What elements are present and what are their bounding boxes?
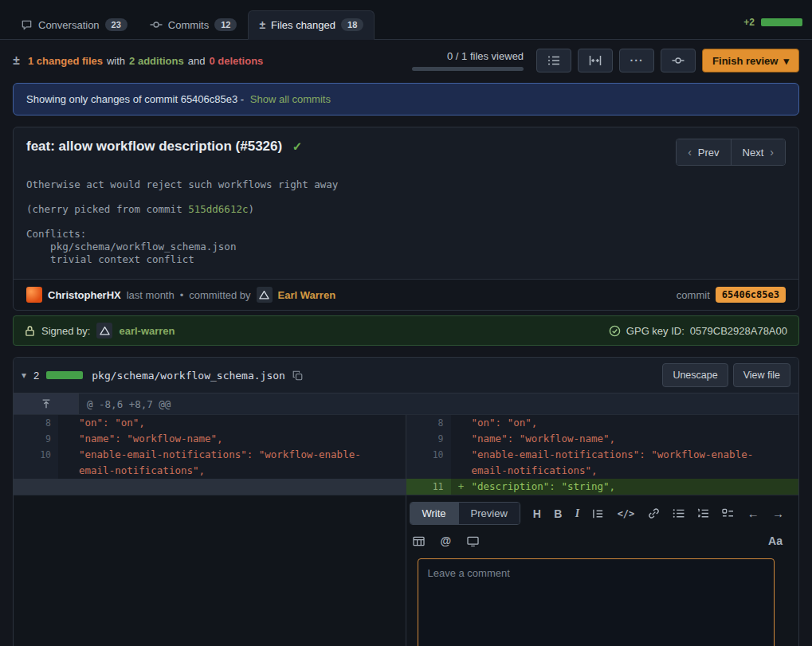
cherry-pick-prefix: (cherry picked from commit bbox=[26, 203, 188, 215]
ellipsis-icon: ··· bbox=[630, 54, 644, 67]
diff-line: 9 "name": "workflow-name", bbox=[14, 431, 406, 447]
diff-old-side: 8 "on": "on", 9 "name": "workflow-name",… bbox=[14, 415, 406, 495]
commit-time: last month bbox=[127, 289, 175, 301]
arrow-right-icon[interactable]: → bbox=[772, 507, 784, 520]
comment-row-left bbox=[14, 495, 406, 646]
signed-by-label: Signed by: bbox=[41, 325, 90, 337]
diff-options-button[interactable]: ··· bbox=[619, 49, 654, 72]
author-link[interactable]: ChristopherHX bbox=[48, 289, 121, 301]
code-line: "description": "string", bbox=[472, 479, 799, 495]
code-line: "on": "on", bbox=[79, 415, 406, 431]
signer-link[interactable]: earl-warren bbox=[119, 325, 175, 337]
diff-icon: ± bbox=[13, 53, 20, 68]
preview-tab[interactable]: Preview bbox=[458, 503, 520, 524]
file-changes-count: 2 bbox=[33, 370, 39, 382]
committer-avatar[interactable] bbox=[257, 287, 273, 303]
file-path: pkg/schema/workflow_schema.json bbox=[92, 370, 285, 382]
heading-icon[interactable]: H bbox=[533, 507, 541, 520]
code-icon[interactable]: </> bbox=[618, 508, 635, 519]
cherry-pick-hash-link[interactable]: 515dd6612c bbox=[188, 203, 248, 215]
show-all-commits-link[interactable]: Show all commits bbox=[250, 93, 331, 105]
diff-new-side: 8 "on": "on", 9 "name": "workflow-name",… bbox=[406, 415, 799, 495]
text-case-button[interactable]: Aa bbox=[768, 534, 783, 547]
next-commit-button[interactable]: Next › bbox=[731, 139, 785, 165]
diff-sign bbox=[451, 415, 472, 431]
files-viewed-progress bbox=[412, 67, 524, 71]
signer-avatar[interactable] bbox=[96, 323, 112, 339]
fullscreen-icon[interactable] bbox=[467, 536, 479, 546]
hunk-text: @ -8,6 +8,7 @@ bbox=[79, 393, 171, 414]
task-list-icon[interactable] bbox=[722, 508, 734, 519]
mention-icon[interactable]: @ bbox=[441, 534, 452, 547]
cherry-pick-suffix: ) bbox=[248, 203, 254, 215]
comment-textarea[interactable] bbox=[418, 558, 775, 646]
editor-extra-toolbar: @ Aa bbox=[410, 534, 785, 547]
diff-icon: ± bbox=[259, 18, 265, 31]
quote-icon[interactable] bbox=[592, 508, 604, 519]
unordered-list-icon[interactable] bbox=[673, 508, 685, 519]
chevron-left-icon: ‹ bbox=[688, 146, 692, 159]
line-number[interactable]: 8 bbox=[14, 415, 58, 431]
committer-link[interactable]: Earl Warren bbox=[278, 289, 336, 301]
code-line: "enable-email-notifications": "workflow-… bbox=[79, 447, 406, 479]
diff-sign bbox=[451, 447, 472, 479]
tab-files-changed[interactable]: ± Files changed 18 bbox=[248, 10, 375, 40]
added-sign: + bbox=[451, 479, 472, 495]
pr-files-changed-page: Conversation 23 Commits 12 ± Files chang… bbox=[0, 0, 812, 646]
editor-toolbar: Write Preview H B I </> bbox=[410, 502, 785, 525]
line-number[interactable]: 11 bbox=[406, 479, 451, 495]
italic-icon[interactable]: I bbox=[575, 507, 579, 520]
link-icon[interactable] bbox=[648, 507, 660, 519]
copy-path-icon[interactable] bbox=[292, 370, 303, 381]
line-number[interactable]: 9 bbox=[406, 431, 451, 447]
file-diff-stat-bar bbox=[46, 371, 83, 379]
author-avatar[interactable] bbox=[26, 287, 42, 303]
inline-comment-row: Write Preview H B I </> bbox=[14, 495, 798, 646]
diff-sign bbox=[58, 447, 79, 479]
commit-select-button[interactable] bbox=[661, 49, 696, 72]
conflicts-block: Conflicts: pkg/schema/workflow_schema.js… bbox=[26, 228, 786, 266]
comment-editor: Write Preview H B I </> bbox=[406, 495, 799, 646]
commit-hash-badge[interactable]: 65406c85e3 bbox=[716, 287, 786, 303]
commit-title-wrap: feat: allow workflow description (#5326)… bbox=[26, 139, 302, 155]
expand-hunk-button[interactable] bbox=[14, 393, 79, 414]
diff-sign bbox=[58, 415, 79, 431]
file-tree-toggle-button[interactable] bbox=[536, 49, 571, 72]
code-line: "name": "workflow-name", bbox=[79, 431, 406, 447]
code-line: "on": "on", bbox=[472, 415, 799, 431]
pr-diff-stats: +2 bbox=[743, 17, 802, 39]
line-number[interactable]: 10 bbox=[14, 447, 58, 479]
tab-commits[interactable]: Commits 12 bbox=[139, 10, 249, 40]
split-view-button[interactable] bbox=[578, 49, 613, 72]
commit-message: Otherwise act would reject such workflow… bbox=[14, 169, 798, 279]
line-number[interactable]: 8 bbox=[406, 415, 451, 431]
prev-label: Prev bbox=[698, 147, 720, 159]
diff-line: 9 "name": "workflow-name", bbox=[406, 431, 799, 447]
deletions-text: 0 deletions bbox=[209, 55, 263, 67]
bold-icon[interactable]: B bbox=[554, 507, 562, 520]
arrow-left-icon[interactable]: ← bbox=[747, 507, 759, 520]
diff-stat-bar bbox=[761, 18, 802, 26]
line-number[interactable]: 10 bbox=[406, 447, 451, 479]
collapse-file-icon[interactable]: ▾ bbox=[22, 370, 26, 381]
commit-icon bbox=[150, 18, 163, 31]
additions-count: +2 bbox=[743, 17, 755, 28]
line-number[interactable]: 9 bbox=[14, 431, 58, 447]
conversation-count-badge: 23 bbox=[105, 18, 127, 31]
with-text: with bbox=[107, 55, 125, 67]
prev-commit-button[interactable]: ‹ Prev bbox=[677, 139, 730, 165]
table-icon[interactable] bbox=[413, 536, 425, 546]
commit-message-line: Otherwise act would reject such workflow… bbox=[26, 178, 786, 191]
conversation-icon bbox=[21, 19, 33, 31]
split-diff: 8 "on": "on", 9 "name": "workflow-name",… bbox=[14, 415, 798, 495]
ordered-list-icon[interactable] bbox=[697, 508, 709, 519]
code-line: "name": "workflow-name", bbox=[472, 431, 799, 447]
commit-author-row: ChristopherHX last month • committed by … bbox=[14, 279, 798, 310]
write-tab[interactable]: Write bbox=[410, 503, 458, 524]
tab-conversation[interactable]: Conversation 23 bbox=[10, 10, 139, 40]
diff-line: 8 "on": "on", bbox=[14, 415, 406, 431]
diff-file-box: ▾ 2 pkg/schema/workflow_schema.json Unes… bbox=[13, 357, 799, 646]
view-file-button[interactable]: View file bbox=[733, 363, 790, 387]
finish-review-button[interactable]: Finish review ▾ bbox=[702, 49, 799, 72]
unescape-button[interactable]: Unescape bbox=[662, 363, 728, 387]
